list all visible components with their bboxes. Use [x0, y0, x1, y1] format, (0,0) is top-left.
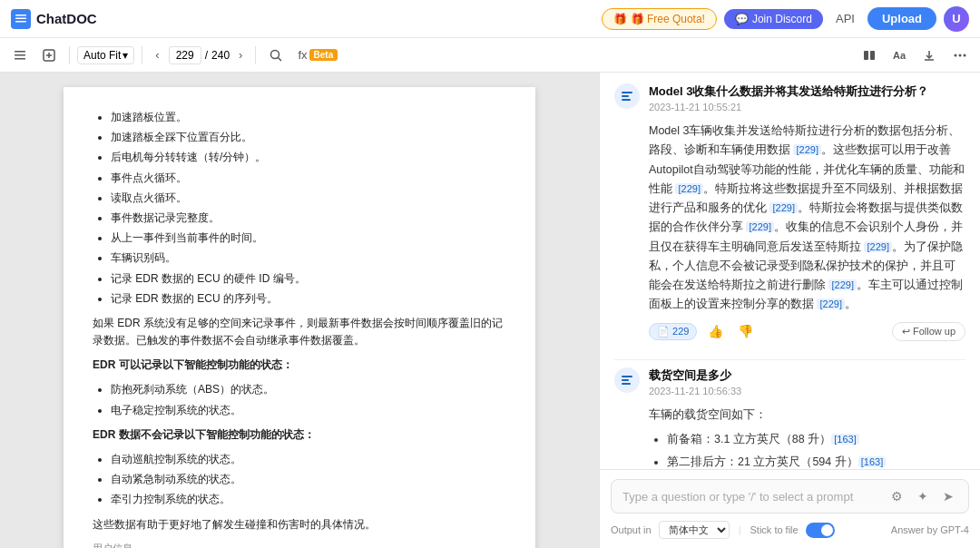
svg-rect-19: [622, 95, 629, 97]
pdf-item: 加速踏板位置。: [111, 109, 506, 126]
page-total: 240: [211, 49, 230, 62]
pdf-page-1: 加速踏板位置。 加速踏板全踩下位置百分比。 后电机每分转转速（转/分钟）。 事件…: [64, 87, 535, 548]
auto-fit-dropdown[interactable]: Auto Fit ▾: [77, 46, 134, 64]
discord-label: Join Discord: [752, 13, 812, 25]
separator2: [142, 46, 142, 64]
next-page-button[interactable]: ›: [233, 44, 248, 65]
pdf-item: 电子稳定控制系统的状态。: [111, 402, 506, 419]
prev-page-button[interactable]: ‹: [150, 44, 164, 65]
svg-point-15: [955, 54, 957, 56]
chat-q2-content: 载货空间是多少 2023-11-21 10:56:33: [649, 367, 965, 396]
svg-rect-20: [622, 99, 631, 101]
avatar-letter: U: [952, 12, 960, 25]
prev-icon: ‹: [155, 48, 159, 62]
upload-button[interactable]: Upload: [867, 7, 936, 30]
next-icon: ›: [239, 48, 242, 62]
thumbs-up-button-1[interactable]: 👍: [704, 322, 727, 340]
settings-input-button[interactable]: ⚙: [887, 487, 906, 505]
api-label: API: [836, 12, 855, 25]
pdf-item: 记录 EDR 数据的 ECU 的硬件 ID 编号。: [111, 270, 506, 288]
stick-to-file-toggle[interactable]: [806, 523, 835, 538]
pdf-item: 自动紧急制动系统的状态。: [111, 471, 506, 488]
free-quota-icon: 🎁: [613, 13, 627, 25]
svg-rect-2: [15, 21, 26, 23]
pdf-item: 事件点火循环。: [111, 170, 506, 187]
answer-by-label: Answer by GPT-4: [891, 524, 969, 535]
follow-up-label: Follow up: [913, 326, 956, 337]
language-select[interactable]: 简体中文: [659, 521, 730, 539]
citation-num: 229: [672, 326, 689, 337]
join-discord-button[interactable]: 💬 Join Discord: [724, 9, 823, 29]
svg-point-16: [959, 54, 962, 56]
pdf-item: 后电机每分转转速（转/分钟）。: [111, 149, 506, 166]
chat-messages-list[interactable]: Model 3收集什么数据并将其发送给特斯拉进行分析？ 2023-11-21 1…: [600, 73, 980, 469]
svg-rect-12: [870, 51, 875, 60]
toggle-knob: [821, 524, 833, 536]
citation-badge-1[interactable]: 📄 229: [649, 323, 697, 340]
pdf-viewer[interactable]: 加速踏板位置。 加速踏板全踩下位置百分比。 后电机每分转转速（转/分钟）。 事件…: [0, 73, 599, 548]
chat-answer-1: Model 3车辆收集并发送给特斯拉进行分析的数据包括分析、路段、诊断和车辆使用…: [614, 122, 965, 315]
page-navigation: / 240: [169, 46, 230, 64]
svg-line-10: [279, 57, 282, 61]
sparkle-input-button[interactable]: ✦: [914, 487, 932, 505]
formula-button[interactable]: fx Beta: [292, 44, 343, 65]
cargo-item-1: 前备箱：3.1 立方英尺（88 升）[163]: [667, 430, 965, 449]
svg-rect-1: [15, 17, 26, 19]
free-quota-label: 🎁 Free Quota!: [631, 13, 705, 25]
chat-block-q2: 载货空间是多少 2023-11-21 10:56:33 车辆的载货空间如下： 前…: [614, 367, 965, 470]
svg-rect-4: [15, 54, 25, 56]
page-number-input[interactable]: [169, 46, 201, 64]
more-button[interactable]: [947, 44, 973, 66]
auto-fit-label: Auto Fit: [83, 49, 121, 62]
new-tab-button[interactable]: [36, 44, 62, 66]
beta-badge: Beta: [309, 49, 338, 61]
chat-q2-icon: [614, 367, 640, 393]
toolbar: Auto Fit ▾ ‹ / 240 › fx Beta Aa: [0, 38, 980, 73]
pdf-edr-items: 防抱死刹动系统（ABS）的状态。 电子稳定控制系统的状态。: [93, 381, 506, 418]
pdf-item: 读取点火循环。: [111, 190, 506, 207]
svg-rect-3: [15, 51, 25, 53]
app-logo[interactable]: ChatDOC: [11, 9, 97, 29]
pdf-edr-title: EDR 可以记录以下智能控制功能的状态：: [93, 357, 506, 374]
pdf-item: 牵引力控制系统的状态。: [111, 491, 506, 508]
menu-icon-button[interactable]: [7, 44, 33, 66]
font-size-button[interactable]: Aa: [887, 46, 911, 64]
pdf-item: 防抱死刹动系统（ABS）的状态。: [111, 381, 506, 398]
separator3: [255, 46, 256, 64]
api-button[interactable]: API: [830, 8, 860, 29]
free-quota-button[interactable]: 🎁 🎁 Free Quota!: [602, 8, 717, 30]
cargo-item-2: 第二排后方：21 立方英尺（594 升）[163]: [667, 453, 965, 469]
formula-label: fx: [298, 48, 307, 62]
page-separator: /: [205, 49, 208, 62]
chat-footer: Output in 简体中文 | Stick to file Answer by…: [611, 521, 969, 539]
chat-q1-content: Model 3收集什么数据并将其发送给特斯拉进行分析？ 2023-11-21 1…: [649, 83, 965, 113]
output-label: Output in: [611, 524, 652, 535]
reading-mode-button[interactable]: [857, 44, 882, 66]
chat-q1-time: 2023-11-21 10:55:21: [649, 102, 965, 113]
chat-divider: [614, 359, 965, 360]
app-name: ChatDOC: [36, 11, 97, 26]
pdf-edr-not-items: 自动巡航控制系统的状态。 自动紧急制动系统的状态。 牵引力控制系统的状态。: [93, 451, 506, 509]
download-button[interactable]: [916, 44, 942, 66]
svg-rect-21: [622, 376, 632, 377]
separator: [69, 46, 70, 64]
logo-icon: [11, 9, 31, 29]
navbar: ChatDOC 🎁 🎁 Free Quota! 💬 Join Discord A…: [0, 0, 980, 38]
user-avatar[interactable]: U: [944, 6, 969, 32]
chat-actions-1: 📄 229 👍 👎 ↩ Follow up: [614, 315, 965, 345]
pdf-user-info-label: 用户信息: [93, 541, 506, 548]
chat-text-input[interactable]: [622, 490, 880, 504]
dropdown-icon: ▾: [122, 49, 128, 62]
chat-input-box: ⚙ ✦ ➤: [611, 479, 969, 514]
search-button[interactable]: [263, 44, 289, 66]
navbar-right: 🎁 🎁 Free Quota! 💬 Join Discord API Uploa…: [602, 6, 969, 32]
toolbar-right: Aa: [857, 44, 973, 66]
send-button[interactable]: ➤: [939, 487, 957, 505]
svg-rect-22: [622, 379, 629, 381]
pdf-bullet-list: 加速踏板位置。 加速踏板全踩下位置百分比。 后电机每分转转速（转/分钟）。 事件…: [93, 109, 506, 308]
thumbs-down-button-1[interactable]: 👎: [734, 322, 757, 340]
chat-question-2: 载货空间是多少 2023-11-21 10:56:33: [614, 367, 965, 396]
follow-up-icon: ↩: [902, 326, 910, 338]
chat-panel: Model 3收集什么数据并将其发送给特斯拉进行分析？ 2023-11-21 1…: [599, 73, 980, 548]
follow-up-button-1[interactable]: ↩ Follow up: [892, 322, 965, 341]
